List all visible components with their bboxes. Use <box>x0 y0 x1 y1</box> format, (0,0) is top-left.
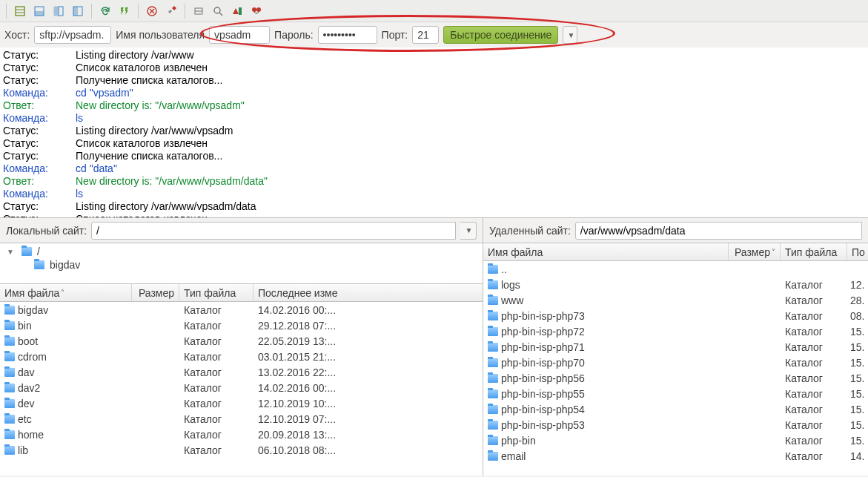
local-pane: Локальный сайт: ▼ ▼ / bigdav Имя файла ˄… <box>0 218 483 476</box>
list-item[interactable]: php-bin-isp-php70Каталог15. <box>483 355 868 370</box>
folder-icon <box>4 306 15 315</box>
list-item[interactable]: bigdavКаталог14.02.2016 00:... <box>0 302 483 318</box>
svg-point-18 <box>256 7 261 12</box>
reconnect-icon[interactable] <box>190 3 208 19</box>
quickconnect-button[interactable]: Быстрое соединение <box>443 26 558 44</box>
log-line: Статус:Listing directory /var/www/vpsadm <box>3 125 865 137</box>
header-name[interactable]: Имя файла <box>483 243 729 260</box>
list-item[interactable]: php-bin-isp-php72Каталог15. <box>483 323 868 339</box>
username-label: Имя пользователя <box>116 29 205 41</box>
refresh-icon[interactable] <box>96 3 114 19</box>
password-label: Пароль: <box>274 29 313 41</box>
sort-indicator-icon: ˅ <box>772 248 775 256</box>
compare-icon[interactable] <box>228 3 246 19</box>
svg-point-17 <box>252 7 256 12</box>
local-site-bar: Локальный сайт: ▼ <box>0 218 483 243</box>
quickconnect-history-dropdown[interactable]: ▼ <box>563 26 577 44</box>
tree-item-label[interactable]: bigdav <box>50 259 80 271</box>
list-item[interactable]: php-binКаталог15. <box>483 432 868 448</box>
port-input[interactable] <box>412 26 439 44</box>
list-item[interactable]: .. <box>483 261 868 277</box>
toggle-queuepane-icon[interactable] <box>69 3 87 19</box>
list-item[interactable]: wwwКаталог28. <box>483 292 868 308</box>
disconnect-icon[interactable] <box>162 3 180 19</box>
toolbar-separator <box>138 4 139 19</box>
log-line: Команда:cd "data" <box>3 162 865 175</box>
list-item[interactable]: davКаталог13.02.2016 22:... <box>0 364 483 380</box>
cancel-icon[interactable] <box>143 3 161 19</box>
list-item[interactable]: cdromКаталог03.01.2015 21:... <box>0 349 483 364</box>
log-line: Ответ:New directory is: "/var/www/vpsadm… <box>3 99 865 112</box>
list-item[interactable]: php-bin-isp-php55Каталог15. <box>483 386 868 401</box>
svg-rect-16 <box>239 7 242 15</box>
sort-asc-icon: ˄ <box>61 289 64 297</box>
log-line: Статус:Получение списка каталогов... <box>3 150 865 162</box>
folder-icon <box>488 358 498 367</box>
folder-icon <box>488 421 498 430</box>
tree-root-label[interactable]: / <box>37 246 40 257</box>
list-item[interactable]: logsКаталог12. <box>483 277 868 292</box>
local-path-input[interactable] <box>91 222 456 240</box>
list-item[interactable]: homeКаталог20.09.2018 13:... <box>0 427 483 442</box>
toggle-localtree-icon[interactable] <box>50 3 67 19</box>
folder-icon <box>4 352 15 361</box>
header-size[interactable]: Размер <box>735 246 770 258</box>
list-item[interactable]: binКаталог29.12.2018 07:... <box>0 318 483 333</box>
header-type[interactable]: Тип файла <box>781 243 847 260</box>
svg-line-15 <box>219 13 222 16</box>
tree-expand-icon[interactable]: ▼ <box>6 248 15 256</box>
folder-icon <box>488 389 498 398</box>
message-log: Статус:Listing directory /var/wwwСтатус:… <box>0 47 868 218</box>
process-queue-icon[interactable] <box>116 3 133 19</box>
find-icon[interactable] <box>248 3 265 19</box>
folder-icon <box>21 247 32 256</box>
local-file-list[interactable]: bigdavКаталог14.02.2016 00:...binКаталог… <box>0 302 483 476</box>
folder-icon <box>34 260 44 269</box>
header-name[interactable]: Имя файла <box>4 287 59 299</box>
username-input[interactable] <box>209 26 270 44</box>
list-item[interactable]: emailКаталог14. <box>483 448 868 464</box>
local-path-dropdown[interactable]: ▼ <box>460 222 477 240</box>
remote-file-list[interactable]: ..logsКаталог12.wwwКаталог28.php-bin-isp… <box>483 261 868 476</box>
log-line: Статус:Список каталогов извлечен <box>3 213 865 218</box>
list-item[interactable]: etcКаталог12.10.2019 07:... <box>0 411 483 427</box>
port-label: Порт: <box>382 29 408 41</box>
remote-site-label: Удаленный сайт: <box>489 225 571 237</box>
list-item[interactable]: libКаталог06.10.2018 08:... <box>0 442 483 458</box>
list-item[interactable]: php-bin-isp-php53Каталог15. <box>483 417 868 432</box>
toggle-logpane-icon[interactable] <box>30 3 48 19</box>
local-list-headers[interactable]: Имя файла ˄ Размер Тип файла Последнее и… <box>0 284 483 302</box>
list-item[interactable]: php-bin-isp-php54Каталог15. <box>483 401 868 417</box>
header-date[interactable]: Последнее изме <box>254 284 483 301</box>
local-tree[interactable]: ▼ / bigdav <box>0 243 483 284</box>
folder-icon <box>4 430 15 439</box>
remote-path-input[interactable] <box>575 222 862 240</box>
list-item[interactable]: php-bin-isp-php73Каталог08. <box>483 308 868 323</box>
list-item[interactable]: php-bin-isp-php56Каталог15. <box>483 370 868 386</box>
folder-icon <box>4 384 15 392</box>
header-misc[interactable]: По <box>847 243 868 260</box>
folder-icon <box>488 374 498 383</box>
toolbar-separator <box>6 4 7 19</box>
list-item[interactable]: dav2Каталог14.02.2016 00:... <box>0 380 483 395</box>
folder-icon <box>488 343 498 352</box>
folder-icon <box>488 312 498 320</box>
filter-icon[interactable] <box>209 3 227 19</box>
log-line: Статус:Получение списка каталогов... <box>3 74 865 87</box>
password-input[interactable] <box>318 26 377 44</box>
header-size[interactable]: Размер <box>132 284 179 301</box>
local-site-label: Локальный сайт: <box>6 225 87 237</box>
sitemanager-icon[interactable] <box>11 3 29 19</box>
folder-icon <box>488 452 498 461</box>
list-item[interactable]: devКаталог12.10.2019 10:... <box>0 395 483 411</box>
header-type[interactable]: Тип файла <box>179 284 254 301</box>
log-line: Статус:Listing directory /var/www <box>3 49 865 62</box>
folder-icon <box>488 405 498 414</box>
remote-list-headers[interactable]: Имя файла Размер ˅ Тип файла По <box>483 243 868 261</box>
list-item[interactable]: bootКаталог22.05.2019 13:... <box>0 333 483 349</box>
list-item[interactable]: php-bin-isp-php71Каталог15. <box>483 339 868 355</box>
remote-pane: Удаленный сайт: Имя файла Размер ˅ Тип ф… <box>483 218 868 476</box>
folder-icon <box>4 321 15 330</box>
remote-site-bar: Удаленный сайт: <box>483 218 868 243</box>
host-input[interactable] <box>34 26 111 44</box>
